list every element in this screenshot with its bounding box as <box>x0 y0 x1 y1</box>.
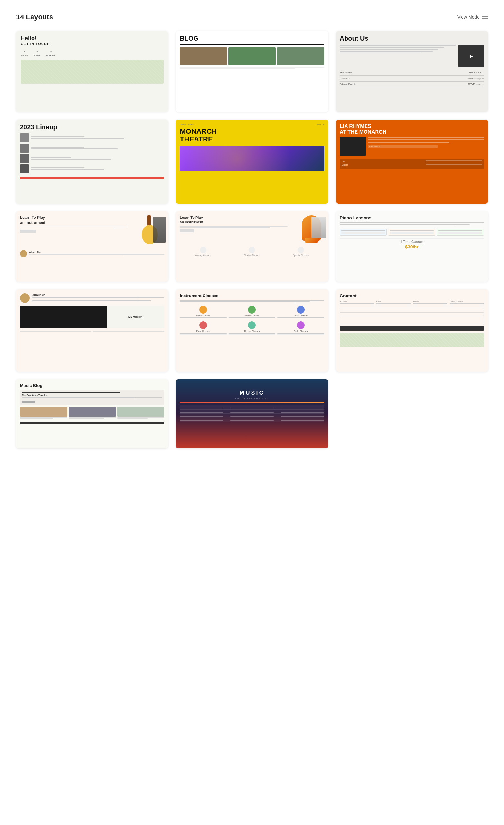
preview-teacher-home-text: Learn To Playan Instrument <box>20 215 139 233</box>
card-music-venue-events[interactable]: 2023 Lineup <box>16 120 168 204</box>
preview-lia-bottom-row-1: Divi <box>342 160 482 163</box>
preview-dj-cell-1b <box>230 408 273 408</box>
preview-teacher-about-text: About Me <box>29 251 164 257</box>
preview-about-title: About Us <box>340 35 484 42</box>
preview-events-label: Private Events <box>340 83 356 86</box>
preview-guitar-photo <box>153 217 166 243</box>
card-music-teacher-contact[interactable]: Contact Address Email Phone <box>336 289 488 372</box>
preview-event-thumb-4 <box>20 164 29 173</box>
preview-featured-post-title: The Beat Goes Traveled <box>22 394 162 396</box>
preview-teacher-classes-grid: Piano Classes Guitar Classes Violin Clas… <box>180 306 324 335</box>
preview-class-label-4: Flute Classes <box>180 330 226 332</box>
card-music-venue-about[interactable]: About Us The Venue Book Now → Concerts <box>336 31 488 112</box>
view-mode-icon <box>482 15 488 19</box>
card-music-venue-home[interactable]: Grand Tickets ↓ Menu ≡ MONARCHTHEATRE Mu… <box>176 120 328 204</box>
card-music-teacher-about[interactable]: About Me My Mission Music Teacher About … <box>16 289 168 372</box>
preview-blog-title: BLOG <box>180 35 324 45</box>
preview-event-thumb-1 <box>20 133 29 142</box>
preview-class-special-label: Special Classes <box>293 254 309 256</box>
view-mode-button[interactable]: View Mode <box>457 14 488 20</box>
card-preview-teacher-about: About Me My Mission <box>16 289 168 372</box>
card-music-venue-contact[interactable]: Hello! GET IN TOUCH Phone Email Address … <box>16 31 168 112</box>
preview-contact-email-col: Email <box>376 300 411 305</box>
preview-class-icon-6 <box>297 321 305 329</box>
preview-teacher-classes-title: Instrument Classes <box>180 293 324 298</box>
preview-event-info-3 <box>31 157 164 160</box>
preview-class-special-icon <box>298 247 304 253</box>
preview-class-label-2: Guitar Classes <box>229 314 275 317</box>
preview-teacher-about-row: About Me <box>20 250 164 257</box>
preview-blog-img-3 <box>277 47 324 65</box>
card-preview-teacher-classes: Instrument Classes Piano Classes Guitar … <box>176 289 328 372</box>
card-music-teacher-landing[interactable]: Learn To Playan Instrument Weekly Classe… <box>176 211 328 282</box>
preview-contact-phone-label: Phone <box>413 300 447 302</box>
preview-landing-hero: Learn To Playan Instrument <box>180 215 324 244</box>
preview-blog-post-img-2 <box>69 407 116 417</box>
card-preview-events: 2023 Lineup <box>16 120 168 204</box>
preview-dj-row-1 <box>180 405 324 409</box>
card-music-teacher-blog[interactable]: Music Blog The Beat Goes Traveled <box>16 379 168 448</box>
preview-mission-text: My Mission <box>127 314 144 320</box>
card-preview-monarch: Grand Tickets ↓ Menu ≡ MONARCHTHEATRE <box>176 120 328 204</box>
preview-piano-price: $30/hr <box>340 244 484 249</box>
preview-teacher-mission-img: My Mission <box>20 305 164 328</box>
preview-landing-text: Learn To Playan Instrument <box>180 215 300 244</box>
card-music-teacher-class[interactable]: Piano Lessons <box>336 211 488 282</box>
card-preview-teacher-blog: Music Blog The Beat Goes Traveled <box>16 379 168 448</box>
card-dj-music[interactable]: MUSIC LISTEN AND COMPOSE <box>176 379 328 448</box>
preview-teacher-contact-map <box>340 332 484 347</box>
preview-blog-post-1 <box>20 407 67 419</box>
preview-contact-hours-col: Opening Hours <box>450 300 484 305</box>
preview-lia-bottom: Divi Bloom <box>340 159 484 169</box>
preview-about-me-title: About Me <box>32 293 164 297</box>
preview-teacher-class-5: Drums Classes <box>229 321 275 335</box>
preview-dj-table <box>180 405 324 422</box>
preview-about-text <box>340 45 456 67</box>
card-music-venue-landing[interactable]: LIA RHYMESAT THE MONARCH Pre-Order → Div… <box>336 120 488 204</box>
preview-event-4 <box>20 164 164 173</box>
preview-event-3 <box>20 154 164 163</box>
preview-class-flexible-label: Flexible Classes <box>244 254 260 256</box>
preview-blog-img-1 <box>180 47 227 65</box>
preview-piano-classes-grid <box>340 229 484 236</box>
preview-teacher-blog-title: Music Blog <box>20 383 164 388</box>
preview-event-info-1 <box>31 136 164 140</box>
preview-teacher-learn-title: Learn To Playan Instrument <box>20 215 139 225</box>
preview-lia-img <box>340 137 365 156</box>
card-music-venue-blog[interactable]: BLOG Music Venue Blog Page Layout <box>176 31 328 112</box>
preview-contact-email-label: Email <box>376 300 411 302</box>
preview-blog-post-2 <box>69 407 116 419</box>
preview-lia-bottom-row-2: Bloom <box>342 164 482 166</box>
preview-teacher-about-info: About Me <box>32 293 164 301</box>
preview-class-label-5: Drums Classes <box>229 330 275 332</box>
preview-address-icon: Address <box>46 49 56 57</box>
preview-teacher-contact-info: Address Email Phone Opening Hours <box>340 300 484 305</box>
preview-lia-text-1 <box>426 160 482 161</box>
preview-blog-post-img-3 <box>117 407 165 417</box>
preview-piano-text <box>340 222 484 226</box>
preview-guitar <box>142 215 164 247</box>
preview-blog-bottom-bar <box>20 422 164 424</box>
preview-teacher-about-bottom <box>20 330 164 332</box>
preview-lia-bloom: Bloom <box>342 164 348 166</box>
page-title: 14 Layouts <box>16 13 53 21</box>
preview-mission-overlay: My Mission <box>107 305 164 328</box>
preview-about-row-1: The Venue Book Now → <box>340 70 484 76</box>
preview-blog-posts-row <box>20 407 164 419</box>
preview-class-icon-3 <box>297 306 305 314</box>
preview-dj-subtitle: LISTEN AND COMPOSE <box>180 398 324 400</box>
view-mode-label: View Mode <box>457 14 480 20</box>
card-music-teacher-classes[interactable]: Instrument Classes Piano Classes Guitar … <box>176 289 328 372</box>
layouts-grid: Hello! GET IN TOUCH Phone Email Address … <box>16 31 488 448</box>
preview-about-rows: The Venue Book Now → Concerts View Group… <box>340 70 484 87</box>
preview-teacher-contact-title: Contact <box>340 293 484 298</box>
preview-piano-class-intermediate <box>388 229 435 236</box>
preview-class-special: Special Classes <box>293 247 309 256</box>
preview-landing-shape-container <box>302 215 324 244</box>
preview-about-img <box>458 45 484 67</box>
preview-events-title: 2023 Lineup <box>20 124 164 131</box>
card-music-teacher-home[interactable]: Learn To Playan Instrument About Me <box>16 211 168 282</box>
preview-email-icon: Email <box>34 49 40 57</box>
preview-venue-action: Book Now → <box>469 71 484 74</box>
card-preview-teacher-landing: Learn To Playan Instrument Weekly Classe… <box>176 211 328 282</box>
